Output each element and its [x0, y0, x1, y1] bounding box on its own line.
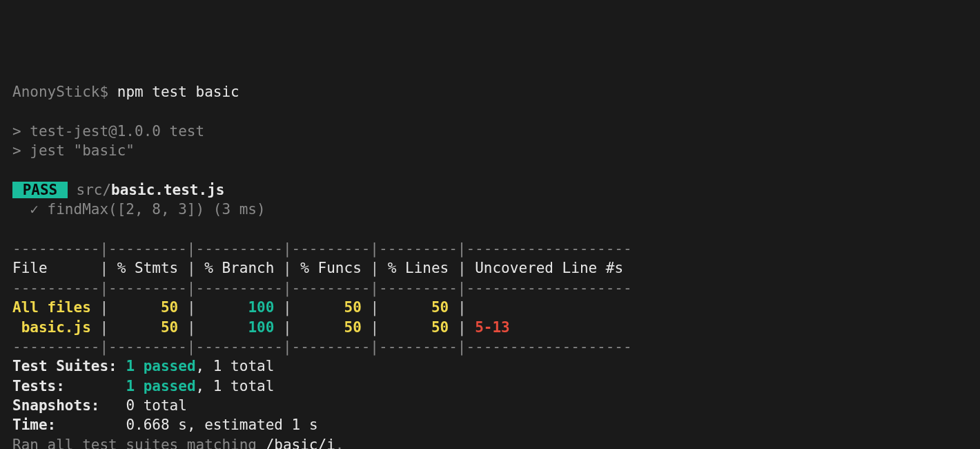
cell-lines: 50 [431, 319, 449, 336]
test-file: basic.test.js [111, 182, 224, 198]
cell-stmts: 50 [161, 299, 178, 316]
summary-tests-label: Tests: [12, 378, 65, 394]
cell-funcs: 50 [344, 319, 362, 336]
ran-prefix: Ran all test suites matching [12, 437, 266, 449]
table-separator-top: ----------|---------|----------|--------… [12, 240, 632, 257]
check-icon: ✓ [12, 201, 48, 218]
terminal-output[interactable]: AnonyStick$ npm test basic > test-jest@1… [12, 82, 968, 449]
col-funcs: % Funcs [300, 260, 362, 276]
test-case-line: findMax([2, 8, 3]) (3 ms) [48, 201, 266, 218]
col-branch: % Branch [204, 260, 274, 276]
table-separator-mid: ----------|---------|----------|--------… [12, 280, 632, 296]
ran-suffix: . [335, 437, 344, 449]
summary-suites-rest: , 1 total [196, 358, 275, 374]
summary-suites-label: Test Suites: [12, 358, 117, 374]
ran-pattern: /basic/i [266, 437, 335, 449]
summary-time-label: Time: [12, 417, 56, 433]
table-separator-bot: ----------|---------|----------|--------… [12, 338, 632, 355]
test-file-prefix: src/ [68, 182, 111, 198]
cell-lines: 50 [431, 299, 449, 316]
npm-script-line2: > jest "basic" [12, 142, 135, 159]
summary-snapshots-val: 0 total [126, 397, 187, 414]
col-stmts: % Stmts [117, 260, 179, 276]
col-file: File [12, 260, 48, 276]
pass-badge: PASS [12, 182, 68, 198]
table-row: basic.js [12, 319, 91, 336]
cell-uncov: 5-13 [475, 319, 510, 336]
cell-stmts: 50 [161, 319, 178, 336]
shell-prompt: AnonyStick$ [12, 84, 108, 100]
table-row: All files [12, 299, 91, 316]
shell-command: npm test basic [117, 84, 239, 100]
col-uncov: Uncovered Line #s [475, 260, 623, 276]
summary-snapshots-label: Snapshots: [12, 397, 99, 414]
cell-branch: 100 [248, 299, 274, 316]
summary-suites-pass: 1 passed [126, 358, 195, 374]
cell-branch: 100 [248, 319, 274, 336]
npm-script-line1: > test-jest@1.0.0 test [12, 123, 204, 140]
cell-funcs: 50 [344, 299, 362, 316]
summary-tests-rest: , 1 total [196, 378, 275, 394]
summary-tests-pass: 1 passed [126, 378, 195, 394]
summary-time-val: 0.668 s, estimated 1 s [126, 417, 317, 433]
col-lines: % Lines [388, 260, 449, 276]
